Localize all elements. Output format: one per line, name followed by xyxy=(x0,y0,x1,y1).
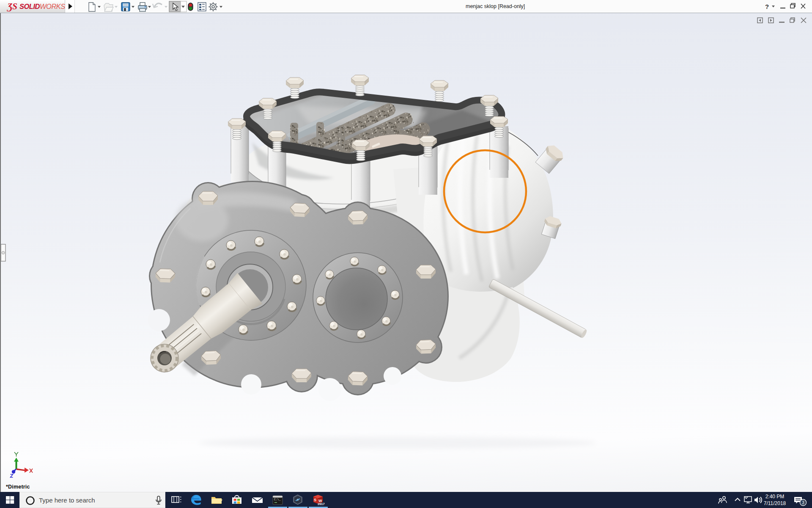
svg-text:WORKS: WORKS xyxy=(40,3,65,10)
svg-text:C:\_: C:\_ xyxy=(274,498,281,501)
svg-text:2017: 2017 xyxy=(318,502,325,506)
svg-text:ƷS: ƷS xyxy=(7,1,17,11)
svg-text:3: 3 xyxy=(802,500,804,505)
svg-text:?: ? xyxy=(765,3,769,10)
svg-text:SOLID: SOLID xyxy=(19,3,40,10)
svg-text:S: S xyxy=(314,498,316,502)
